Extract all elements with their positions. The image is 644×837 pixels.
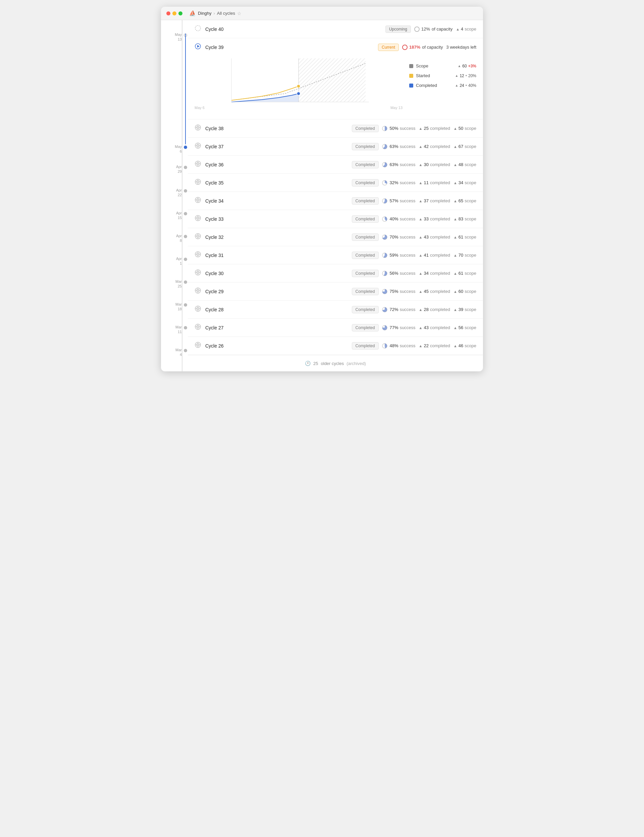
status-badge-cycle26: Completed <box>352 342 379 350</box>
completed-stat-cycle34: ▲ 37 completed <box>419 198 450 203</box>
archive-icon: 🕐 <box>305 361 311 366</box>
completed-cycles: Cycle 38 Completed 50% success ▲ 25 comp… <box>188 120 483 355</box>
breadcrumb-section[interactable]: All cycles <box>217 11 235 16</box>
cycle-row-cycle33[interactable]: Cycle 33 Completed 40% success ▲ 33 comp… <box>188 210 483 228</box>
scope-label: scope <box>465 289 476 294</box>
cycle-name-cycle26: Cycle 26 <box>205 343 348 348</box>
cycle-completed-icon <box>195 323 201 332</box>
close-button[interactable] <box>166 11 170 15</box>
success-label: success <box>400 307 416 312</box>
triangle-icon: ▲ <box>419 235 423 239</box>
started-dot: • <box>465 74 467 78</box>
maximize-button[interactable] <box>179 11 182 15</box>
minimize-button[interactable] <box>172 11 177 15</box>
triangle-icon: ▲ <box>454 308 457 312</box>
cycle-row-40[interactable]: Cycle 40 Upcoming 12% of capacity ▲ 4 sc… <box>188 20 483 38</box>
cycle-row-cycle28[interactable]: Cycle 28 Completed 72% success ▲ 28 comp… <box>188 300 483 319</box>
cycle-row-cycle37[interactable]: Cycle 37 Completed 63% success ▲ 42 comp… <box>188 138 483 156</box>
timeline-dot <box>184 189 187 192</box>
timeline-label: Apr 29 <box>176 164 182 174</box>
completed-label: completed <box>430 343 450 348</box>
timeline-label: Apr 22 <box>176 188 182 198</box>
status-badge-cycle38: Completed <box>352 125 379 132</box>
cycle-stats-cycle33: Completed 40% success ▲ 33 completed ▲ 8… <box>352 215 476 223</box>
cycle-row-cycle35[interactable]: Cycle 35 Completed 32% success ▲ 11 comp… <box>188 174 483 192</box>
completed-stat-cycle29: ▲ 45 completed <box>419 289 450 294</box>
completed-label: completed <box>430 289 450 294</box>
svg-point-6 <box>297 85 300 88</box>
cycle-row-cycle27[interactable]: Cycle 27 Completed 77% success ▲ 43 comp… <box>188 319 483 337</box>
completed-num: 43 <box>424 235 428 240</box>
triangle-icon: ▲ <box>454 253 457 257</box>
completed-val: 24 <box>459 83 464 88</box>
cycle-name-cycle34: Cycle 34 <box>205 198 348 204</box>
success-stat-cycle28: 72% success <box>382 307 416 312</box>
cycle-row-cycle26[interactable]: Cycle 26 Completed 48% success ▲ 22 comp… <box>188 337 483 355</box>
completed-legend-stats: ▲ 24 • 40% <box>455 83 477 88</box>
page-body: May 13May 6Apr 29Apr 22Apr 15Apr 8Apr 1M… <box>161 20 483 371</box>
scope-stat-cycle30: ▲ 61 scope <box>454 271 476 276</box>
timeline-label: Mar 11 <box>175 325 182 335</box>
cycle-name-cycle35: Cycle 35 <box>205 180 348 185</box>
app-name[interactable]: Dinghy <box>198 11 211 16</box>
success-stat-cycle36: 63% success <box>382 162 416 167</box>
capacity-circle-upcoming <box>414 26 420 32</box>
cycle-completed-icon <box>195 215 201 223</box>
cycle-row-cycle31[interactable]: Cycle 31 Completed 59% success ▲ 41 comp… <box>188 246 483 264</box>
timeline-label: May 13 <box>175 32 182 42</box>
chart-date-end: May 13 <box>390 106 403 110</box>
svg-marker-7 <box>231 94 298 102</box>
timeline-dot <box>184 326 187 330</box>
chart-container: May 6 May 13 <box>195 57 403 114</box>
cycle-row-cycle30[interactable]: Cycle 30 Completed 56% success ▲ 34 comp… <box>188 264 483 282</box>
started-legend-stats: ▲ 12 • 20% <box>455 74 477 78</box>
cycle-row-39[interactable]: Cycle 39 Current 187% of capacity 3 week… <box>188 38 483 120</box>
weekdays-39: 3 weekdays left <box>446 44 476 50</box>
status-badge-cycle27: Completed <box>352 324 379 332</box>
cycle-row-cycle29[interactable]: Cycle 29 Completed 75% success ▲ 45 comp… <box>188 282 483 300</box>
scope-stat-cycle38: ▲ 50 scope <box>454 126 476 131</box>
breadcrumb: ⛵ Dinghy › All cycles ☆ <box>189 10 241 16</box>
success-pct: 70% <box>390 235 398 240</box>
completed-stat-cycle31: ▲ 41 completed <box>419 253 450 258</box>
completed-num: 30 <box>424 162 428 167</box>
scope-num: 39 <box>459 307 463 312</box>
cycle-stats-cycle32: Completed 70% success ▲ 43 completed ▲ 6… <box>352 233 476 241</box>
triangle-completed: ▲ <box>455 84 459 87</box>
scope-num: 61 <box>459 235 463 240</box>
scope-stat-cycle27: ▲ 56 scope <box>454 325 476 330</box>
success-label: success <box>400 162 416 167</box>
timeline-label: Mar 4 <box>175 348 182 357</box>
timeline-dot <box>184 235 187 238</box>
cycle-name-cycle29: Cycle 29 <box>205 289 348 294</box>
triangle-icon: ▲ <box>454 199 457 203</box>
completed-stat-cycle32: ▲ 43 completed <box>419 235 450 240</box>
cycle-completed-icon <box>195 124 201 133</box>
favorite-icon[interactable]: ☆ <box>237 11 241 16</box>
timeline-line <box>182 20 182 371</box>
cycle-row-cycle34[interactable]: Cycle 34 Completed 57% success ▲ 37 comp… <box>188 192 483 210</box>
triangle-icon: ▲ <box>454 289 457 294</box>
completed-num: 37 <box>424 198 428 203</box>
success-label: success <box>400 126 416 131</box>
cycle-row-cycle38[interactable]: Cycle 38 Completed 50% success ▲ 25 comp… <box>188 120 483 138</box>
triangle-icon: ▲ <box>454 217 457 221</box>
success-label: success <box>400 325 416 330</box>
success-stat-cycle32: 70% success <box>382 235 416 240</box>
started-pct: 20% <box>468 74 476 78</box>
cycle-row-cycle32[interactable]: Cycle 32 Completed 70% success ▲ 43 comp… <box>188 228 483 246</box>
success-stat-cycle31: 59% success <box>382 253 416 258</box>
scope-label: scope <box>465 162 476 167</box>
cycle-name-cycle33: Cycle 33 <box>205 217 348 222</box>
completed-color <box>409 84 413 87</box>
cycle-row-cycle36[interactable]: Cycle 36 Completed 63% success ▲ 30 comp… <box>188 156 483 174</box>
scope-num: 65 <box>459 198 463 203</box>
legend-scope: Scope ▲ 60 +3% <box>409 63 476 69</box>
success-stat-cycle30: 56% success <box>382 271 416 276</box>
archived-row[interactable]: 🕐 25 older cycles (archived) <box>188 355 483 371</box>
cycle-completed-icon <box>195 197 201 205</box>
success-stat-cycle26: 48% success <box>382 343 416 348</box>
cycle-header-39: Cycle 39 Current 187% of capacity 3 week… <box>195 43 476 51</box>
scope-num: 50 <box>459 126 463 131</box>
cycle-name-cycle30: Cycle 30 <box>205 271 348 276</box>
